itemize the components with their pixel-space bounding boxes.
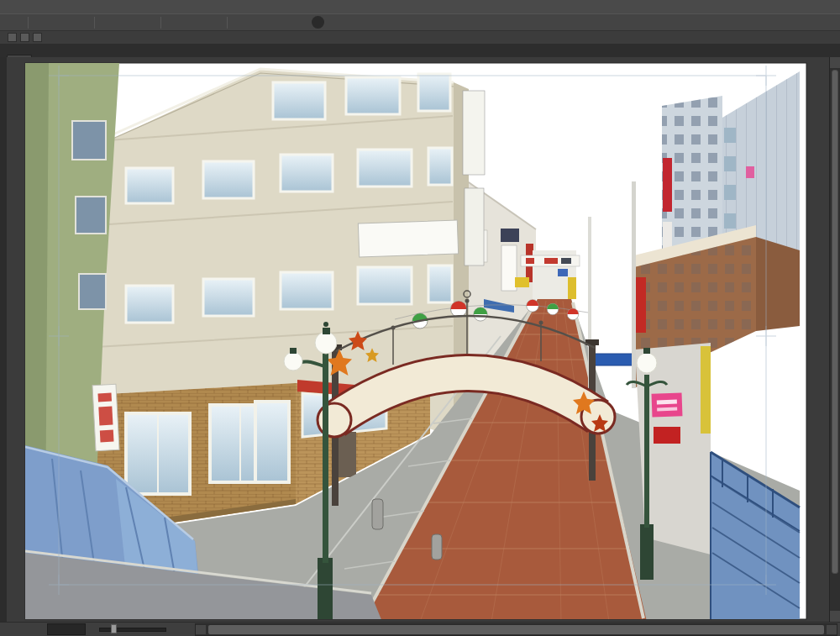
clip-studio-logo-icon[interactable]: [4, 15, 20, 29]
pink-sign: [652, 392, 683, 417]
close-icon[interactable]: [8, 33, 17, 42]
save-icon[interactable]: [53, 15, 69, 29]
maximize-icon[interactable]: [33, 33, 42, 42]
yellow-vertical-sign: [701, 346, 711, 434]
new-canvas-icon[interactable]: [35, 15, 51, 29]
bollard: [432, 534, 442, 560]
scene-3d-street: [0, 57, 800, 622]
side-sign-slab: [465, 188, 484, 265]
document-title-bar: [0, 31, 840, 44]
command-bar: [0, 13, 840, 31]
zoom-slider-thumb[interactable]: [111, 624, 117, 633]
window-left-frame: [0, 57, 7, 622]
left-shop-sign: [92, 384, 119, 450]
zoom-value-field[interactable]: [47, 623, 86, 635]
red-sign: [654, 427, 680, 444]
status-bar: [0, 622, 840, 636]
red-vertical-banner: [636, 277, 646, 333]
redo-icon[interactable]: [119, 15, 135, 29]
material-panel-icon[interactable]: [252, 15, 268, 29]
canvas-tab-bar: [0, 44, 840, 57]
side-sign-slab: [463, 91, 485, 175]
float-window-icon[interactable]: [20, 33, 29, 42]
snap-grid-icon[interactable]: [203, 15, 219, 29]
vertical-scrollbar-thumb[interactable]: [832, 70, 838, 574]
scroll-left-icon[interactable]: [196, 625, 206, 634]
screen-settings-icon[interactable]: [287, 15, 303, 29]
horizontal-scrollbar[interactable]: [195, 623, 837, 636]
vertical-scrollbar[interactable]: [829, 57, 840, 622]
help-icon[interactable]: [312, 16, 324, 29]
menu-bar: [0, 0, 840, 13]
scroll-up-icon[interactable]: [830, 57, 840, 68]
export-icon[interactable]: [71, 15, 87, 29]
toolbar-separator: [155, 17, 161, 29]
clip-studio-window: [0, 0, 840, 636]
snap-ruler-icon[interactable]: [168, 15, 184, 29]
toolbar-separator: [88, 17, 95, 29]
scroll-down-icon[interactable]: [830, 611, 840, 622]
canvas-area: [0, 57, 840, 622]
street-banner-sign: [593, 354, 635, 365]
wagashi-banner: [501, 245, 517, 291]
bollard: [372, 499, 383, 529]
workspace-icon[interactable]: [270, 15, 286, 29]
toolbar-separator: [221, 17, 228, 29]
small-pink-sign: [746, 166, 754, 178]
document-window-controls: [8, 33, 42, 42]
rotate-view-icon[interactable]: [234, 15, 250, 29]
delete-selection-icon[interactable]: [137, 15, 153, 29]
scroll-right-icon[interactable]: [827, 625, 837, 634]
utility-pole: [632, 181, 636, 388]
undo-icon[interactable]: [102, 15, 118, 29]
dental-clinic-sign: [358, 220, 458, 257]
canvas-viewport[interactable]: [0, 57, 829, 622]
horizontal-scrollbar-thumb[interactable]: [208, 625, 824, 634]
toolbar-separator: [22, 17, 29, 29]
snap-special-ruler-icon[interactable]: [186, 15, 202, 29]
zoom-slider[interactable]: [99, 628, 166, 632]
